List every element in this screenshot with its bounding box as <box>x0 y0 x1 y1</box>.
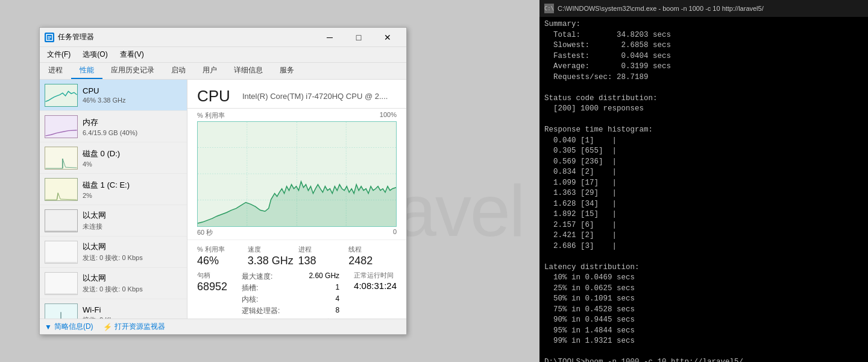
stat-threads: 线程 2482 <box>348 245 397 267</box>
sidebar-item-wifi[interactable]: Wi-Fi 接收: 0 Kbps <box>40 299 187 319</box>
cmd-line: Summary: <box>544 19 863 30</box>
svg-line-11 <box>60 199 77 200</box>
body: CPU 46% 3.38 GHz 内存 6.4/15.9 GB (40%) <box>40 80 406 319</box>
tab-performance[interactable]: 性能 <box>71 63 102 79</box>
menubar: 文件(F) 选项(O) 查看(V) <box>40 47 406 63</box>
window-title: 任务管理器 <box>58 32 316 42</box>
util-value: 46% <box>197 255 245 267</box>
cmd-line: 50% in 0.1091 secs <box>544 294 863 305</box>
cmd-icon: C:\ <box>544 4 554 13</box>
speed-value: 3.38 GHz <box>248 255 296 267</box>
cpu-graph-area: % 利用率 100% <box>187 109 406 240</box>
tab-users[interactable]: 用户 <box>194 63 225 79</box>
cmd-line: Response time histogram: <box>544 125 863 136</box>
cmd-line: 0.569 [236] | <box>544 157 863 168</box>
cmd-line: 1.363 [29] | <box>544 188 863 199</box>
titlebar: 任务管理器 ─ □ ✕ <box>40 28 406 47</box>
menu-file[interactable]: 文件(F) <box>42 48 75 61</box>
cpu-sidebar-sub: 46% 3.38 GHz <box>83 97 182 104</box>
cmd-line: 1.628 [34] | <box>544 199 863 210</box>
eth2-sidebar-info: 以太网 发送: 0 接收: 0 Kbps <box>83 241 182 262</box>
cmd-line: 2.686 [3] | <box>544 241 863 252</box>
time-right: 0 <box>393 228 397 237</box>
cmd-titlebar: C:\ C:\WINDOWS\system32\cmd.exe - boom -… <box>539 0 868 17</box>
cmd-line: 0.305 [655] | <box>544 146 863 157</box>
cmd-line: Requests/sec: 28.7189 <box>544 72 863 83</box>
handles-group: 句柄 68952 <box>197 271 227 319</box>
cpu-detail-panel: CPU Intel(R) Core(TM) i7-4720HQ CPU @ 2.… <box>187 80 406 319</box>
menu-view[interactable]: 查看(V) <box>115 48 149 61</box>
close-button[interactable]: ✕ <box>374 29 401 46</box>
util-label: % 利用率 <box>197 245 245 254</box>
cpu-sidebar-info: CPU 46% 3.38 GHz <box>83 86 182 104</box>
svg-rect-3 <box>48 39 50 39</box>
eth1-sidebar-sub: 未连接 <box>83 222 182 231</box>
titlebar-icon <box>45 33 54 42</box>
cmd-line: 99% in 1.9321 secs <box>544 336 863 347</box>
sidebar-item-disk0[interactable]: 磁盘 0 (D:) 4% <box>40 142 187 174</box>
eth1-mini-chart <box>45 209 78 232</box>
svg-line-10 <box>58 192 60 198</box>
minimize-button[interactable]: ─ <box>316 29 344 46</box>
task-manager-window: 任务管理器 ─ □ ✕ 文件(F) 选项(O) 查看(V) 进程 性能 应用历史… <box>39 27 407 335</box>
sidebar-item-eth3[interactable]: 以太网 发送: 0 接收: 0 Kbps <box>40 268 187 299</box>
cpu-stats-grid: % 利用率 46% 速度 3.38 GHz 进程 138 线程 2482 <box>187 240 406 270</box>
cmd-content: Summary: Total: 34.8203 secs Slowest: 2.… <box>539 17 868 362</box>
cmd-line: 0.834 [2] | <box>544 167 863 178</box>
summary-link[interactable]: ▼ 简略信息(D) <box>45 322 93 332</box>
eth2-sidebar-label: 以太网 <box>83 241 182 252</box>
cpu-graph-label: % 利用率 100% <box>197 111 397 120</box>
cpu-sidebar-label: CPU <box>83 86 182 95</box>
sidebar-item-memory[interactable]: 内存 6.4/15.9 GB (40%) <box>40 111 187 142</box>
cmd-line <box>544 252 863 262</box>
sidebar-item-cpu[interactable]: CPU 46% 3.38 GHz <box>40 80 187 111</box>
footer: ▼ 简略信息(D) ⚡ 打开资源监视器 <box>40 319 406 334</box>
menu-options[interactable]: 选项(O) <box>78 48 112 61</box>
cmd-title-text: C:\WINDOWS\system32\cmd.exe - boom -n 10… <box>558 5 863 12</box>
disk1-mini-chart <box>45 178 78 201</box>
time-left: 60 秒 <box>197 228 213 237</box>
cmd-line: 2.157 [6] | <box>544 220 863 231</box>
open-resource-monitor[interactable]: ⚡ 打开资源监视器 <box>103 322 165 332</box>
eth1-sidebar-info: 以太网 未连接 <box>83 210 182 231</box>
tab-services[interactable]: 服务 <box>271 63 303 79</box>
cmd-line <box>544 83 863 94</box>
cmd-window: C:\ C:\WINDOWS\system32\cmd.exe - boom -… <box>539 0 868 362</box>
sidebar-item-disk1[interactable]: 磁盘 1 (C: E:) 2% <box>40 174 187 205</box>
disk1-sidebar-sub: 2% <box>83 192 182 199</box>
wifi-sidebar-info: Wi-Fi 接收: 0 Kbps <box>83 305 182 319</box>
cmd-line: Slowest: 2.6858 secs <box>544 40 863 51</box>
uptime-group: 正常运行时间 4:08:31:24 <box>354 271 397 319</box>
tab-processes[interactable]: 进程 <box>40 63 71 79</box>
cmd-line: 95% in 1.4844 secs <box>544 326 863 337</box>
cpu-mini-chart <box>45 84 78 107</box>
summary-icon: ▼ <box>45 323 52 331</box>
cpu-extra-stats: 句柄 68952 最大速度: 2.60 GHz 插槽: 1 内核: 4 <box>187 270 406 319</box>
cpu-time-labels: 60 秒 0 <box>197 228 397 237</box>
cmd-line: 1.099 [17] | <box>544 178 863 189</box>
eth1-sidebar-label: 以太网 <box>83 210 182 221</box>
tab-startup[interactable]: 启动 <box>163 63 194 79</box>
cmd-line: Fastest: 0.0404 secs <box>544 51 863 62</box>
cpu-graph-max: 100% <box>380 111 397 120</box>
tab-bar: 进程 性能 应用历史记录 启动 用户 详细信息 服务 <box>40 63 406 80</box>
performance-sidebar: CPU 46% 3.38 GHz 内存 6.4/15.9 GB (40%) <box>40 80 187 319</box>
cpu-graph-label-text: % 利用率 <box>197 111 225 120</box>
monitor-icon: ⚡ <box>103 323 112 331</box>
cmd-line: 10% in 0.0469 secs <box>544 273 863 284</box>
eth2-sidebar-sub: 发送: 0 接收: 0 Kbps <box>83 253 182 262</box>
svg-marker-23 <box>198 182 396 226</box>
tab-details[interactable]: 详细信息 <box>225 63 271 79</box>
eth3-sidebar-label: 以太网 <box>83 273 182 284</box>
sidebar-item-eth1[interactable]: 以太网 未连接 <box>40 205 187 237</box>
sidebar-item-eth2[interactable]: 以太网 发送: 0 接收: 0 Kbps <box>40 237 187 268</box>
svg-rect-2 <box>48 37 51 38</box>
wifi-sidebar-label: Wi-Fi <box>83 305 182 314</box>
maximize-button[interactable]: □ <box>345 29 373 46</box>
wifi-mini-chart <box>45 303 78 319</box>
cpu-title: CPU <box>197 87 230 106</box>
cpu-model: Intel(R) Core(TM) i7-4720HQ CPU @ 2.... <box>242 92 388 101</box>
cmd-line: 2.421 [2] | <box>544 230 863 241</box>
svg-line-7 <box>66 167 77 168</box>
tab-app-history[interactable]: 应用历史记录 <box>102 63 163 79</box>
